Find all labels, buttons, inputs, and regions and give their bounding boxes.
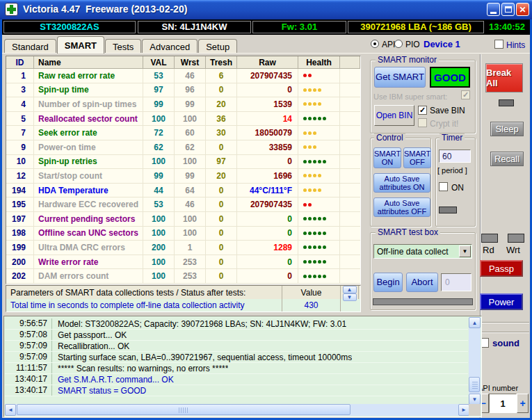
smart-params-table: Parameters of SMART data collections tes…	[6, 285, 361, 312]
tab-tests[interactable]: Tests	[105, 39, 141, 54]
get-smart-button[interactable]: Get SMART	[374, 67, 426, 88]
attr-wrst: 64	[175, 184, 206, 198]
attr-wrst: 100	[175, 112, 206, 127]
attr-filler	[340, 126, 360, 140]
attr-val: 100	[143, 212, 175, 227]
smart-attribute-row[interactable]: 10Spin-up retries100100970	[6, 155, 360, 170]
health-dot	[308, 245, 312, 249]
tab-setup[interactable]: Setup	[198, 39, 237, 54]
attr-filler	[340, 112, 360, 127]
health-dot	[303, 188, 307, 192]
autosave-on-button[interactable]: Auto Save attributes ON	[373, 173, 430, 193]
smart-attribute-row[interactable]: 9Power-on time6262033859	[6, 140, 360, 155]
smart-attribute-row[interactable]: 199Ultra DMA CRC errors200101289	[6, 241, 360, 255]
smart-attribute-row[interactable]: 3Spin-up time979600	[6, 83, 360, 98]
attr-tresh: 30	[206, 126, 237, 140]
attr-id: 194	[6, 184, 34, 198]
smart-off-button[interactable]: SMART OFF	[403, 147, 431, 168]
log-scroll-right-icon[interactable]: ►	[458, 404, 469, 416]
smart-attribute-row[interactable]: 198Offline scan UNC sectors10010000	[6, 227, 360, 241]
health-dot	[303, 131, 307, 135]
autosave-off-button[interactable]: Auto Save attributes OFF	[373, 197, 430, 217]
attr-health	[298, 241, 340, 255]
break-all-button[interactable]: Break All	[485, 63, 523, 92]
pio-radio[interactable]	[394, 40, 403, 48]
api-number-plus-button[interactable]: +	[517, 394, 529, 413]
panel-divider	[481, 322, 529, 323]
attr-raw: 0	[237, 227, 298, 241]
health-dot	[308, 188, 312, 192]
timer-on-checkbox[interactable]	[439, 182, 448, 191]
smart-attribute-row[interactable]: 5Reallocated sector count1001003614	[6, 112, 360, 127]
log-horizontal-scrollbar[interactable]: ◄ ►	[5, 404, 469, 416]
header-health: Health	[298, 56, 340, 69]
attr-id: 195	[6, 197, 34, 212]
log-text: Starting surface scan, LBA=0..390721967,…	[52, 353, 352, 362]
open-bin-button[interactable]: Open BIN	[374, 105, 414, 126]
attr-id: 197	[6, 212, 34, 227]
test-select[interactable]: Off-line data collect ▼	[373, 244, 472, 259]
attr-wrst: 96	[175, 83, 206, 98]
log-scroll-left-icon[interactable]: ◄	[5, 404, 16, 416]
smart-attribute-row[interactable]: 194HDA Temperature4464044°C/111°F	[6, 184, 360, 198]
read-led-label: Rd	[483, 245, 494, 255]
drive-model: ST3200822AS	[3, 21, 136, 33]
abort-button[interactable]: Abort	[406, 273, 438, 292]
log-hscroll-thumb[interactable]	[17, 404, 350, 415]
smart-attribute-row[interactable]: 200Write error rate10025300	[6, 255, 360, 270]
attr-tresh: 0	[206, 255, 237, 270]
api-radio[interactable]	[371, 40, 379, 48]
smart-attribute-row[interactable]: 202DAM errors count10025300	[6, 269, 360, 284]
params-value-row[interactable]: Total time in seconds to complete off-li…	[6, 299, 360, 312]
passp-button[interactable]: Passp	[480, 260, 523, 277]
attr-tresh: 97	[206, 155, 237, 170]
attr-wrst: 99	[175, 169, 206, 184]
health-dot	[308, 275, 312, 278]
log-time: 9:57:09	[5, 341, 52, 351]
attr-raw: 0	[237, 212, 298, 227]
close-button[interactable]: ✕	[516, 3, 529, 16]
tab-smart[interactable]: SMART	[57, 36, 104, 54]
hints-checkbox[interactable]	[494, 40, 503, 49]
title-bar[interactable]: Victoria 4.47 Freeware (2013-02-20) ✕	[0, 0, 532, 19]
health-dot	[308, 131, 312, 135]
crypt-label: Crypt it!	[430, 119, 458, 129]
health-dot	[323, 260, 326, 264]
timer-period-input[interactable]: 60	[439, 150, 471, 163]
log-scroll-down-icon[interactable]: ▼	[469, 394, 481, 405]
dropdown-arrow-icon[interactable]: ▼	[459, 245, 471, 257]
tab-standard[interactable]: Standard	[4, 39, 56, 54]
begin-button[interactable]: Begin	[373, 273, 403, 292]
health-dot	[313, 174, 316, 177]
drive-firmware: Fw: 3.01	[252, 21, 346, 33]
health-dot	[318, 102, 321, 106]
attr-id: 7	[6, 126, 34, 140]
log-scroll-up-icon[interactable]: ▲	[469, 317, 481, 328]
save-bin-checkbox[interactable]: ✓	[418, 106, 427, 115]
smart-attribute-row[interactable]: 1Raw read error rate53466207907435	[6, 69, 360, 83]
health-dot	[318, 217, 321, 220]
minimize-button[interactable]	[487, 3, 500, 16]
attr-tresh: 0	[206, 269, 237, 284]
params-scroll-down-icon[interactable]: ▼	[343, 293, 357, 301]
smart-attribute-row[interactable]: 197Current pending sectors10010000	[6, 212, 360, 227]
smart-attribute-row[interactable]: 12Start/stop count9999201696	[6, 169, 360, 184]
log-time: 13:40:17	[5, 385, 52, 396]
recall-button[interactable]: Recall	[490, 152, 524, 166]
smart-attribute-row[interactable]: 4Number of spin-up times9999201539	[6, 97, 360, 112]
log-text: Model: ST3200822AS; Capacity: 390721968 …	[52, 319, 346, 329]
api-radio-label: API	[382, 40, 395, 49]
sleep-button[interactable]: Sleep	[490, 122, 524, 136]
smart-attribute-row[interactable]: 195Hardware ECC recovered53460207907435	[6, 197, 360, 212]
log-row: 13:40:17Get S.M.A.R.T. command... OK	[5, 374, 468, 385]
attr-raw: 207907435	[237, 69, 298, 83]
log-vertical-scrollbar[interactable]: ▲ ▼	[469, 317, 481, 405]
health-dot	[303, 88, 307, 92]
log-vscroll-thumb[interactable]	[469, 377, 480, 392]
power-button[interactable]: Power	[480, 293, 523, 310]
tab-advanced[interactable]: Advanced	[142, 39, 198, 54]
maximize-button[interactable]	[501, 3, 515, 16]
smart-on-button[interactable]: SMART ON	[373, 147, 401, 168]
smart-attribute-row[interactable]: 7Seek error rate72603018050079	[6, 126, 360, 140]
params-scroll-up-icon[interactable]: ▲	[343, 286, 357, 293]
